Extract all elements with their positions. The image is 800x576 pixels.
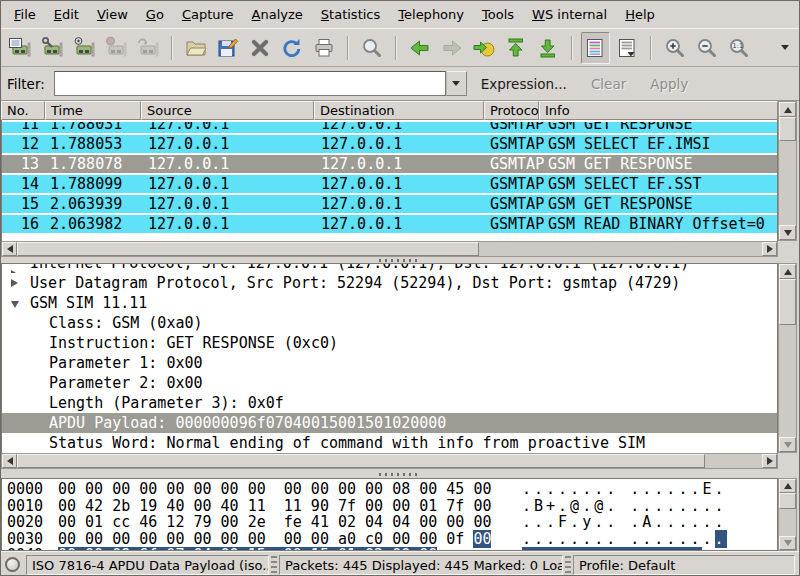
status-bar: ISO 7816-4 APDU Data Payload (iso... Pac… — [1, 551, 799, 576]
detail-line-gsm-sim[interactable]: GSM SIM 11.11 — [2, 293, 777, 313]
packet-row-11[interactable]: 111.788031127.0.0.1127.0.0.1GSMTAPGSM GE… — [2, 122, 777, 135]
clear-button[interactable]: Clear — [591, 76, 626, 92]
go-to-bottom-button[interactable] — [533, 32, 563, 64]
apply-button[interactable]: Apply — [650, 76, 688, 92]
scrollbar-thumb[interactable] — [779, 117, 796, 141]
packet-row-15[interactable]: 152.063939127.0.0.1127.0.0.1GSMTAPGSM GE… — [2, 195, 777, 215]
detail-line-udp[interactable]: User Datagram Protocol, Src Port: 52294 … — [2, 273, 777, 293]
colorize-button[interactable] — [581, 32, 611, 64]
menu-view[interactable]: View — [88, 3, 137, 26]
hex-row-0010[interactable]: 001000 42 2b 19 40 00 40 11 11 90 7f 00 … — [2, 498, 777, 515]
menu-file[interactable]: File — [5, 3, 45, 26]
column-header-info[interactable]: Info — [539, 101, 778, 120]
open-folder-icon — [184, 36, 208, 60]
menu-edit[interactable]: Edit — [45, 3, 88, 26]
detail-line-ip[interactable]: Internet Protocol, Src: 127.0.0.1 (127.0… — [2, 264, 777, 273]
filter-dropdown-button[interactable] — [446, 71, 467, 96]
filter-label: Filter: — [7, 76, 45, 92]
column-header-destination[interactable]: Destination — [314, 101, 484, 120]
scrollbar-thumb[interactable] — [17, 242, 479, 256]
menu-telephony[interactable]: Telephony — [389, 3, 473, 26]
detail-line-length[interactable]: Length (Parameter 3): 0x0f — [2, 393, 777, 413]
packet-row-13-selected[interactable]: 131.788078127.0.0.1127.0.0.1GSMTAPGSM GE… — [2, 155, 777, 175]
detail-line-status-word[interactable]: Status Word: Normal ending of command wi… — [2, 433, 777, 453]
packet-row-12[interactable]: 121.788053127.0.0.1127.0.0.1GSMTAPGSM SE… — [2, 135, 777, 155]
splitter-grip-icon — [379, 473, 421, 476]
expander-expanded-icon[interactable] — [11, 301, 19, 308]
expression-button[interactable]: Expression... — [481, 76, 567, 92]
menu-help[interactable]: Help — [616, 3, 664, 26]
scroll-left-button[interactable] — [2, 454, 17, 468]
menu-capture[interactable]: Capture — [173, 3, 243, 26]
filter-input[interactable] — [54, 71, 446, 96]
scroll-down-button[interactable] — [779, 437, 796, 452]
expander-collapsed-icon[interactable] — [11, 279, 18, 287]
zoom-100-button[interactable]: 1:1 — [724, 32, 754, 64]
save-file-button[interactable] — [213, 32, 243, 64]
statusbar-grip-icon[interactable] — [565, 556, 571, 574]
menu-tools[interactable]: Tools — [473, 3, 523, 26]
column-header-time[interactable]: Time — [45, 101, 141, 120]
reload-button[interactable] — [277, 32, 307, 64]
column-header-protocol[interactable]: Protocol — [484, 101, 539, 120]
scroll-up-button[interactable] — [779, 479, 796, 493]
toolbar-overflow-button[interactable] — [774, 32, 795, 64]
list-interfaces-button[interactable] — [5, 32, 35, 64]
menu-analyze[interactable]: Analyze — [243, 3, 312, 26]
svg-text:1:1: 1:1 — [733, 42, 743, 50]
pane-splitter[interactable] — [1, 471, 799, 478]
hex-row-0000[interactable]: 000000 00 00 00 00 00 00 00 00 00 00 00 … — [2, 481, 777, 498]
start-capture-button[interactable] — [69, 32, 99, 64]
packet-row-14[interactable]: 141.788099127.0.0.1127.0.0.1GSMTAPGSM SE… — [2, 175, 777, 195]
forward-arrow-icon — [440, 36, 464, 60]
zoom-in-button[interactable] — [660, 32, 690, 64]
scroll-up-button[interactable] — [779, 102, 796, 117]
capture-options-button[interactable] — [37, 32, 67, 64]
menu-ws-internal[interactable]: WS internal — [523, 3, 616, 26]
hex-vertical-scrollbar[interactable] — [778, 478, 797, 551]
zoom-out-button[interactable] — [692, 32, 722, 64]
column-header-source[interactable]: Source — [141, 101, 314, 120]
go-back-button[interactable] — [405, 32, 435, 64]
statusbar-grip-icon[interactable] — [271, 556, 277, 574]
restart-capture-button[interactable] — [133, 32, 163, 64]
scroll-up-button[interactable] — [779, 264, 796, 279]
scrollbar-thumb[interactable] — [17, 454, 705, 468]
scroll-right-button[interactable] — [762, 454, 777, 468]
details-horizontal-scrollbar[interactable] — [1, 453, 778, 469]
scroll-right-button[interactable] — [762, 242, 777, 256]
packet-list-vertical-scrollbar[interactable] — [778, 101, 797, 241]
auto-scroll-button[interactable] — [612, 32, 642, 64]
menu-statistics[interactable]: Statistics — [312, 3, 389, 26]
arrow-down-icon — [784, 540, 792, 546]
scrollbar-thumb[interactable] — [779, 279, 796, 325]
column-header-no[interactable]: No. — [1, 101, 45, 120]
detail-line-instruction[interactable]: Instruction: GET RESPONSE (0xc0) — [2, 333, 777, 353]
network-card-list-icon — [8, 36, 32, 60]
detail-line-class[interactable]: Class: GSM (0xa0) — [2, 313, 777, 333]
go-forward-button[interactable] — [437, 32, 467, 64]
scroll-down-button[interactable] — [779, 225, 796, 240]
close-file-button[interactable] — [245, 32, 275, 64]
menu-go[interactable]: Go — [137, 3, 173, 26]
arrow-down-icon — [784, 230, 792, 236]
packet-row-16[interactable]: 162.063982127.0.0.1127.0.0.1GSMTAPGSM RE… — [2, 215, 777, 235]
packet-list-horizontal-scrollbar[interactable] — [1, 241, 778, 257]
detail-line-parameter1[interactable]: Parameter 1: 0x00 — [2, 353, 777, 373]
hex-row-0020[interactable]: 002000 01 cc 46 12 79 00 2e fe 41 02 04 … — [2, 514, 777, 531]
open-file-button[interactable] — [181, 32, 211, 64]
expert-info-icon[interactable] — [5, 557, 20, 572]
hex-row-0030[interactable]: 003000 00 00 00 00 00 00 00 00 00 a0 c0 … — [2, 531, 777, 548]
details-vertical-scrollbar[interactable] — [778, 263, 797, 453]
scrollbar-thumb[interactable] — [779, 493, 796, 509]
stop-capture-button[interactable] — [101, 32, 131, 64]
scroll-down-button[interactable] — [779, 536, 796, 550]
find-packet-button[interactable] — [357, 32, 387, 64]
print-button[interactable] — [309, 32, 339, 64]
go-to-packet-button[interactable] — [469, 32, 499, 64]
scroll-left-button[interactable] — [2, 242, 17, 256]
zoom-in-icon — [663, 36, 687, 60]
detail-line-parameter2[interactable]: Parameter 2: 0x00 — [2, 373, 777, 393]
detail-line-apdu-payload-selected[interactable]: APDU Payload: 000000096f0704001500150102… — [2, 413, 777, 433]
go-to-top-button[interactable] — [501, 32, 531, 64]
